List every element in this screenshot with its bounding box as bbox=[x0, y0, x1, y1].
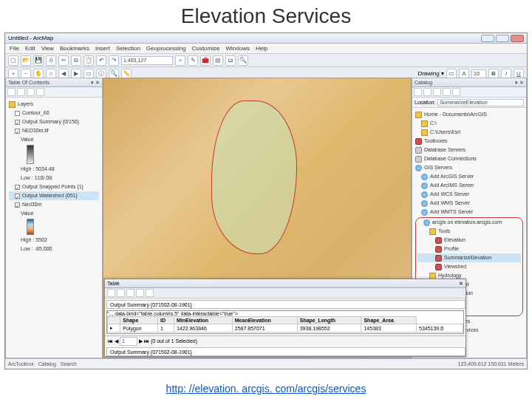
menu-file[interactable]: File bbox=[10, 45, 19, 52]
catalog-elevation-tool[interactable]: Elevation bbox=[417, 236, 521, 245]
new-icon[interactable]: ▢ bbox=[8, 55, 18, 66]
toc-list-by-selection-icon[interactable] bbox=[36, 88, 44, 96]
checkbox[interactable] bbox=[15, 185, 20, 190]
table-options-icon[interactable] bbox=[107, 289, 115, 297]
checkbox[interactable] bbox=[15, 202, 20, 208]
save-icon[interactable]: 💾 bbox=[33, 55, 44, 66]
menu-windows[interactable]: Windows bbox=[225, 45, 249, 52]
menu-insert[interactable]: Insert bbox=[95, 45, 110, 52]
undo-icon[interactable]: ↶ bbox=[96, 55, 106, 66]
catalog-viewshed-tool[interactable]: Viewshed bbox=[417, 262, 521, 271]
minimize-button[interactable] bbox=[481, 35, 494, 42]
table-tab[interactable]: Output Summary {071502-08-1901} bbox=[106, 300, 466, 309]
catalog-add-arcims[interactable]: Add ArcIMS Server bbox=[415, 181, 523, 190]
menu-selection[interactable]: Selection bbox=[116, 45, 140, 52]
folder-icon bbox=[429, 228, 436, 235]
catalog-add-wmts[interactable]: Add WMTS Server bbox=[415, 208, 523, 216]
toc-layer-contour[interactable]: Contour_60 bbox=[9, 109, 99, 117]
checkbox[interactable] bbox=[15, 120, 20, 125]
toc-layer-output-summary[interactable]: Output Summary {0/150} bbox=[9, 117, 99, 126]
tab-arctoolbox[interactable]: ArcToolbox bbox=[8, 361, 34, 366]
font-size-input[interactable]: 10 bbox=[471, 69, 486, 78]
catalog-icon[interactable]: 🗂 bbox=[225, 55, 236, 66]
slide-title: Elevation Services bbox=[0, 0, 532, 30]
toc-list-by-drawing-icon[interactable] bbox=[7, 88, 16, 96]
catalog-home[interactable]: Home - Documents\ArcGIS bbox=[415, 110, 523, 119]
catalog-profile-tool[interactable]: Profile bbox=[417, 245, 521, 253]
workspace: Table Of Contents ▾ ✕ Layers Contour_60 … bbox=[5, 78, 527, 358]
menu-customize[interactable]: Customize bbox=[192, 45, 220, 52]
menu-geoprocessing[interactable]: Geoprocessing bbox=[146, 45, 186, 52]
table-footer-tab[interactable]: Output Summary {071502-08-1901} bbox=[106, 347, 466, 356]
table-prev-icon[interactable]: ◀ bbox=[115, 338, 118, 344]
maximize-button[interactable] bbox=[496, 35, 509, 42]
catalog-title: Catalog bbox=[415, 80, 432, 85]
close-button[interactable] bbox=[511, 35, 524, 42]
catalog-add-wcs[interactable]: Add WCS Server bbox=[415, 190, 523, 199]
catalog-connect-icon[interactable] bbox=[433, 88, 441, 96]
table-related-icon[interactable] bbox=[117, 289, 125, 297]
tab-search[interactable]: Search bbox=[61, 361, 77, 366]
checkbox[interactable] bbox=[15, 194, 20, 199]
catalog-add-wms[interactable]: Add WMS Server bbox=[415, 199, 523, 208]
catalog-add-arcgis[interactable]: Add ArcGIS Server bbox=[415, 172, 523, 181]
table-clear-icon[interactable] bbox=[146, 289, 154, 297]
toc-layer-ned30m-tif[interactable]: NED30m.tif bbox=[9, 126, 99, 135]
catalog-db-servers[interactable]: Database Servers bbox=[415, 146, 523, 154]
menu-bookmarks[interactable]: Bookmarks bbox=[60, 45, 89, 52]
toc-layer-output-watershed[interactable]: Output Watershed {051} bbox=[9, 191, 99, 200]
catalog-c-drive[interactable]: C:\ bbox=[415, 119, 523, 128]
add-data-icon[interactable]: ＋ bbox=[175, 55, 185, 66]
catalog-pin-icon[interactable]: ▾ ✕ bbox=[515, 80, 524, 86]
toc-list-by-visibility-icon[interactable] bbox=[27, 88, 35, 96]
catalog-db-connections[interactable]: Database Connections bbox=[415, 154, 523, 163]
toc-root[interactable]: Layers bbox=[9, 100, 99, 109]
toc-toolbar bbox=[6, 87, 102, 98]
toc-layer-snapped-points[interactable]: Output Snapped Points {1} bbox=[9, 183, 99, 191]
catalog-toolboxes[interactable]: Toolboxes bbox=[415, 137, 523, 146]
table-close-icon[interactable]: ✕ bbox=[459, 281, 463, 287]
table-row[interactable]: ▸ Polygon 1 1422.963846 2587.857071 3938… bbox=[108, 324, 463, 332]
catalog-location-input[interactable]: SummarizeElevation bbox=[437, 99, 524, 106]
copy-icon[interactable]: ⧉ bbox=[71, 55, 81, 66]
catalog-gis-servers[interactable]: GIS Servers bbox=[415, 163, 523, 172]
table-first-icon[interactable]: ⏮ bbox=[108, 338, 113, 344]
menu-edit[interactable]: Edit bbox=[25, 45, 35, 52]
catalog-summarize-elevation-tool[interactable]: SummarizeElevation bbox=[417, 253, 521, 262]
catalog-toggle-icon[interactable] bbox=[452, 88, 460, 96]
checkbox[interactable] bbox=[15, 129, 20, 134]
paste-icon[interactable]: 📋 bbox=[83, 55, 94, 66]
table-switch-icon[interactable] bbox=[136, 289, 144, 297]
catalog-users[interactable]: C:\Users\Esri bbox=[415, 128, 523, 137]
tab-catalog[interactable]: Catalog bbox=[38, 361, 56, 366]
drawing-dropdown[interactable]: Drawing ▾ bbox=[417, 70, 444, 77]
toc-list-by-source-icon[interactable] bbox=[17, 88, 25, 96]
editor-icon[interactable]: ✎ bbox=[188, 55, 198, 66]
search-icon[interactable]: 🔍 bbox=[238, 55, 248, 66]
main-menu: File Edit View Bookmarks Insert Selectio… bbox=[5, 44, 527, 54]
checkbox[interactable] bbox=[15, 111, 20, 116]
menu-help[interactable]: Help bbox=[256, 45, 267, 52]
toc-pin-icon[interactable]: ▾ ✕ bbox=[91, 80, 100, 86]
open-icon[interactable]: 📂 bbox=[21, 55, 31, 66]
table-grid[interactable]: ",., data-bind="table.columns.5" data-in… bbox=[106, 310, 464, 334]
catalog-refresh-icon[interactable] bbox=[443, 88, 451, 96]
menu-view[interactable]: View bbox=[41, 45, 54, 52]
table-last-icon[interactable]: ⏭ bbox=[144, 338, 149, 344]
catalog-tools-folder[interactable]: Tools bbox=[417, 227, 521, 236]
print-icon[interactable]: ⎙ bbox=[46, 55, 56, 66]
toolbox-icon[interactable]: 🧰 bbox=[200, 55, 211, 66]
table-select-icon[interactable] bbox=[126, 289, 134, 297]
table-position[interactable]: 1 bbox=[120, 337, 137, 346]
redo-icon[interactable]: ↷ bbox=[109, 55, 119, 66]
toc-layer-ned30m[interactable]: Ned30m bbox=[9, 200, 99, 209]
table-next-icon[interactable]: ▶ bbox=[139, 338, 143, 344]
map-view[interactable]: Table ✕ Output Summary {071502-08-1901} … bbox=[103, 78, 412, 358]
cut-icon[interactable]: ✂ bbox=[58, 55, 69, 66]
catalog-home-icon[interactable] bbox=[423, 88, 432, 96]
catalog-up-icon[interactable] bbox=[414, 88, 422, 96]
catalog-elevation-server[interactable]: arcgis on elevation.arcgis.com bbox=[417, 218, 521, 227]
table-title: Table bbox=[107, 281, 120, 286]
python-icon[interactable]: ▤ bbox=[213, 55, 223, 66]
scale-input[interactable]: 1:403,127 bbox=[121, 56, 173, 65]
